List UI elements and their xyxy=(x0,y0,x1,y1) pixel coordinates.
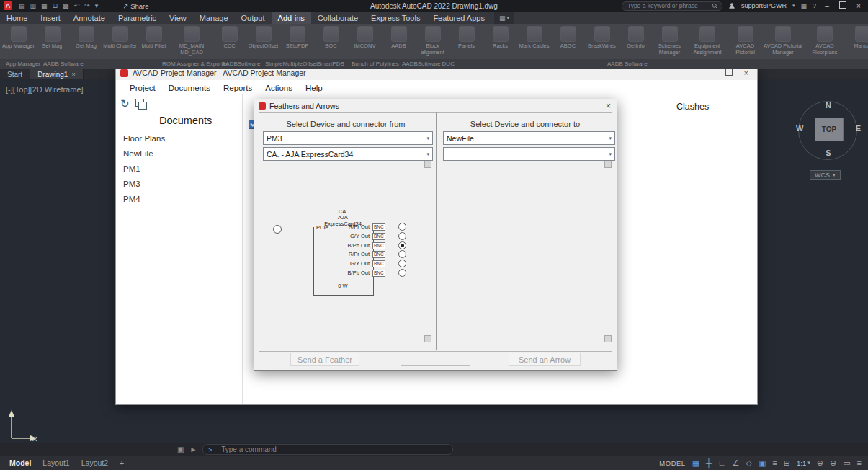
pm-maximize-button[interactable] xyxy=(725,68,733,77)
ribbon-group-label[interactable]: SimpleMultipleOffset xyxy=(265,61,318,67)
ribbon-display-toggle[interactable]: ▦ ▾ xyxy=(494,12,514,24)
plot-icon[interactable]: ▩ xyxy=(63,0,69,12)
layout-tab-layout2[interactable]: Layout2 xyxy=(81,458,108,467)
file-tab-drawing1[interactable]: Drawing1 × xyxy=(30,69,84,79)
tab-manage[interactable]: Manage xyxy=(193,12,235,24)
ribbon-button-setopdf[interactable]: SEtoPDF xyxy=(280,26,314,50)
redo-icon[interactable]: ↷ xyxy=(84,0,90,12)
dialog-close-button[interactable]: × xyxy=(606,101,611,111)
tab-featured-apps[interactable]: Featured Apps xyxy=(426,12,491,24)
ribbon-button-schemes-manager[interactable]: Schemes Manager xyxy=(653,26,686,56)
autocad-logo-icon[interactable]: A xyxy=(4,1,12,10)
ribbon-button-get-mag[interactable]: Get Mag xyxy=(69,26,103,50)
ribbon-button-set-mag[interactable]: Set Mag xyxy=(35,26,69,50)
tab-add-ins[interactable]: Add-ins xyxy=(272,12,311,24)
app-store-icon[interactable]: ▦ xyxy=(800,2,807,9)
ribbon-button-imconv[interactable]: IMCONV xyxy=(348,26,382,50)
help-icon[interactable]: ? xyxy=(813,2,816,9)
maximize-button[interactable] xyxy=(838,1,848,10)
annotation-visibility-icon[interactable]: ⊕ xyxy=(817,458,823,468)
account-caret-icon[interactable]: ▾ xyxy=(792,3,795,9)
search-icon[interactable] xyxy=(712,3,718,9)
ribbon-group-label[interactable]: App Manager xyxy=(6,61,40,67)
tab-view[interactable]: View xyxy=(163,12,193,24)
osnap-icon[interactable]: ▣ xyxy=(759,458,766,468)
command-input-box[interactable]: >_ xyxy=(202,444,453,455)
file-tab-start[interactable]: Start xyxy=(0,69,30,79)
pm-menu-documents[interactable]: Documents xyxy=(162,84,217,92)
ribbon-button-multi-chamfer[interactable]: Multi Chamfer xyxy=(103,26,137,50)
pm-menu-project[interactable]: Project xyxy=(123,84,162,92)
from-connector-select[interactable]: CA. - AJA ExpressCard34 ▾ xyxy=(263,147,433,161)
dialog-titlebar[interactable]: Feathers and Arrows × xyxy=(254,99,617,112)
from-device-select[interactable]: PM3 ▾ xyxy=(263,131,433,145)
pm-menu-actions[interactable]: Actions xyxy=(259,84,299,92)
tab-output[interactable]: Output xyxy=(235,12,272,24)
ribbon-button-manual[interactable]: Manual xyxy=(846,26,868,50)
ribbon-button-app-manager[interactable]: App Manager xyxy=(1,26,35,50)
ribbon-button-objectoffset[interactable]: ObjectOffset xyxy=(246,26,280,50)
tab-home[interactable]: Home xyxy=(0,12,34,24)
ribbon-button-getinfo[interactable]: GetInfo xyxy=(619,26,653,50)
share-button[interactable]: ↗ Share xyxy=(122,2,148,10)
document-item-newfile[interactable]: NewFile xyxy=(122,146,237,161)
ribbon-button-avcad-pictorial[interactable]: AVCAD Pictorial xyxy=(728,26,762,56)
ribbon-group-label[interactable]: AADBSoftware DUC xyxy=(402,61,455,67)
ribbon-button-aadb[interactable]: AADB xyxy=(382,26,416,50)
device-input-radio[interactable] xyxy=(273,225,282,234)
ribbon-group-label[interactable]: AADB Software xyxy=(607,61,648,67)
new-file-icon[interactable]: ▤ xyxy=(19,0,25,12)
qat-dropdown-icon[interactable]: ▾ xyxy=(95,0,99,12)
ribbon-button-panels[interactable]: Panels xyxy=(449,26,483,50)
pin-radio[interactable] xyxy=(398,260,406,267)
to-connector-select[interactable]: ▾ xyxy=(443,147,615,161)
viewcube-west[interactable]: W xyxy=(796,124,803,133)
ribbon-button-ccc[interactable]: CCC xyxy=(212,26,246,50)
scroll-nub[interactable] xyxy=(424,335,431,342)
recent-commands-icon[interactable]: ► xyxy=(189,445,197,453)
isolate-objects-icon[interactable]: ▭ xyxy=(843,458,850,468)
customization-icon[interactable]: ≡ xyxy=(857,458,862,467)
customize-icon[interactable]: ▣ xyxy=(177,445,184,453)
pin-radio[interactable] xyxy=(398,269,406,277)
close-button[interactable]: × xyxy=(854,2,864,10)
ribbon-button-equipment-assignment[interactable]: Equipment Assignment xyxy=(686,26,728,56)
viewcube-north[interactable]: N xyxy=(794,101,863,110)
document-item-pm4[interactable]: PM4 xyxy=(122,191,237,206)
save-as-icon[interactable]: ⊞ xyxy=(53,0,58,12)
pm-close-button[interactable]: × xyxy=(744,68,748,77)
layout-tab-layout1[interactable]: Layout1 xyxy=(42,458,69,467)
tab-annotate[interactable]: Annotate xyxy=(67,12,112,24)
model-space-label[interactable]: MODEL xyxy=(659,459,685,467)
viewcube-east[interactable]: E xyxy=(856,124,861,133)
pin-radio[interactable] xyxy=(398,232,406,240)
annotation-autoscale-icon[interactable]: ⊖ xyxy=(830,458,836,468)
undo-icon[interactable]: ↶ xyxy=(74,0,80,12)
search-input[interactable] xyxy=(626,1,710,10)
viewcube-south[interactable]: S xyxy=(794,148,863,157)
scroll-nub[interactable] xyxy=(424,161,431,168)
ribbon-group-label[interactable]: Bunch of Polylines xyxy=(352,61,399,67)
pin-radio[interactable] xyxy=(398,223,406,231)
account-name[interactable]: support6PGWR xyxy=(741,2,787,9)
pm-minimize-button[interactable]: – xyxy=(709,68,713,77)
command-input[interactable] xyxy=(220,445,447,454)
ribbon-button-abgc[interactable]: ABGC xyxy=(551,26,585,50)
viewcube-top-face[interactable]: TOP xyxy=(815,117,844,141)
wcs-selector[interactable]: WCS ▾ xyxy=(810,170,841,180)
open-file-icon[interactable]: ▥ xyxy=(30,0,37,12)
documents-stack-icon[interactable] xyxy=(135,99,147,109)
tab-insert[interactable]: Insert xyxy=(34,12,67,24)
layout-tab-model[interactable]: Model xyxy=(9,458,31,467)
isodraft-icon[interactable]: ◇ xyxy=(746,458,751,468)
ribbon-button-md-main[interactable]: MD_MAIN MD_CAD xyxy=(171,26,212,56)
ribbon-group-label[interactable]: SmartPDS xyxy=(317,61,344,67)
ribbon-button-avcad-floorplans[interactable]: AVCAD Floorplans xyxy=(804,26,846,56)
send-arrow-button[interactable]: Send an Arrow xyxy=(509,352,581,366)
ribbon-button-multi-fillet[interactable]: Multi Fillet xyxy=(137,26,171,50)
tab-parametric[interactable]: Parametric xyxy=(112,12,163,24)
annotation-scale-control[interactable]: 1:1 ▾ xyxy=(797,459,810,467)
ribbon-button-racks[interactable]: Racks xyxy=(483,26,517,50)
send-feather-button[interactable]: Send a Feather xyxy=(290,352,359,366)
ribbon-button-mark-cables[interactable]: Mark Cables xyxy=(517,26,551,50)
